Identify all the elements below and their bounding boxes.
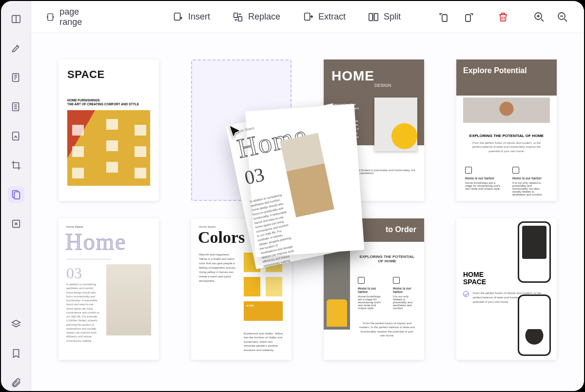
sidebar-layers-icon[interactable] (8, 316, 24, 333)
p4-para: From the perfect fusion of classic and m… (456, 138, 557, 153)
check-icon (463, 291, 469, 297)
extract-button[interactable]: Extract (303, 12, 346, 22)
p5-big: Home (58, 228, 159, 255)
svg-rect-11 (305, 13, 310, 20)
drag-text: In addition to considering aesthetics an… (247, 182, 298, 268)
eye-icon (512, 167, 519, 174)
zoom-in-button[interactable] (532, 10, 546, 24)
p7-footer: From the perfect fusion of classic and m… (358, 310, 416, 338)
replace-label: Replace (248, 12, 280, 22)
p5-number: 03 (66, 264, 100, 282)
rotate-left-button[interactable] (438, 10, 451, 24)
p5-text: In addition to considering aesthetics an… (66, 282, 100, 343)
sidebar-outline-icon[interactable] (8, 98, 24, 115)
delete-button[interactable] (496, 10, 510, 24)
svg-rect-9 (234, 13, 237, 17)
svg-rect-14 (442, 15, 447, 21)
sidebar-bookmark-icon[interactable] (8, 345, 24, 362)
p7-heading: EXPLORING THE POTENTIAL OF HOME (358, 255, 416, 263)
drag-image (280, 133, 334, 217)
page-thumb-4[interactable]: Explore Potential EXPLORING THE POTENTIA… (456, 59, 557, 201)
insert-label: Insert (188, 12, 210, 22)
p4-image (463, 98, 550, 123)
p3-image (374, 98, 417, 151)
eye-icon (393, 277, 400, 284)
p8-phone-top (518, 221, 551, 283)
svg-rect-1 (12, 74, 19, 82)
sidebar-reader-icon[interactable] (8, 11, 24, 27)
p4-heading: EXPLORING THE POTENTIAL OF HOME (456, 134, 557, 138)
page-thumb-8[interactable]: HOME SPACE From the perfect fusion of cl… (456, 218, 557, 360)
page-thumb-1[interactable]: SPACE HOME FURNISHINGS: THE ART OF CREAT… (58, 59, 159, 201)
sidebar-edit-icon[interactable] (8, 69, 24, 86)
sidebar-convert-icon[interactable] (8, 216, 24, 232)
p1-image (67, 110, 150, 186)
svg-rect-5 (14, 192, 20, 199)
sidebar (1, 1, 31, 391)
svg-rect-12 (369, 13, 372, 20)
rotate-group (438, 10, 510, 24)
page-range-button[interactable]: page range (46, 7, 97, 27)
cursor-icon (227, 124, 244, 140)
page-thumb-5[interactable]: Home Space Home 03 In addition to consid… (58, 218, 159, 360)
insert-button[interactable]: Insert (173, 12, 210, 22)
p5-image (106, 264, 151, 335)
svg-rect-7 (48, 14, 53, 20)
svg-rect-8 (175, 13, 180, 20)
sidebar-highlight-icon[interactable] (8, 40, 24, 57)
toolbar-center-group: Insert Replace Extract Split (173, 12, 401, 22)
rotate-right-button[interactable] (461, 10, 475, 24)
page-grid-canvas[interactable]: SPACE HOME FURNISHINGS: THE ART OF CREAT… (31, 33, 584, 391)
p4-band: Explore Potential (456, 59, 557, 96)
zoom-group (532, 10, 569, 24)
split-button[interactable]: Split (368, 12, 401, 22)
home-icon (465, 167, 472, 174)
split-label: Split (384, 12, 401, 22)
sidebar-organize-icon[interactable] (8, 186, 24, 203)
home-icon (358, 277, 365, 284)
page-range-label: page range (59, 7, 97, 27)
sidebar-attachment-icon[interactable] (8, 374, 24, 391)
p4-columns: Home is our harborHome furnishings are a… (456, 153, 557, 196)
p1-subtitle: HOME FURNISHINGS: THE ART OF CREATING CO… (58, 81, 159, 107)
svg-rect-10 (238, 17, 242, 21)
extract-label: Extract (318, 12, 346, 22)
app-frame: page range Insert Replace Extract Split (1, 1, 584, 391)
p6-left-text: Warmth and happiness: Yellow is a bright… (199, 253, 237, 321)
svg-rect-13 (374, 13, 378, 20)
toolbar: page range Insert Replace Extract Split (31, 1, 584, 33)
replace-button[interactable]: Replace (233, 12, 280, 22)
sidebar-crop-icon[interactable] (8, 157, 24, 174)
p6-footer: Excitement and vitality: Yellow has the … (191, 323, 292, 352)
p8-phone-bottom (518, 294, 551, 356)
sidebar-fill-icon[interactable] (8, 128, 24, 144)
p1-title: SPACE (58, 59, 159, 81)
p5-label: Home Space (58, 218, 159, 228)
svg-rect-15 (466, 15, 470, 21)
zoom-out-button[interactable] (556, 10, 569, 24)
